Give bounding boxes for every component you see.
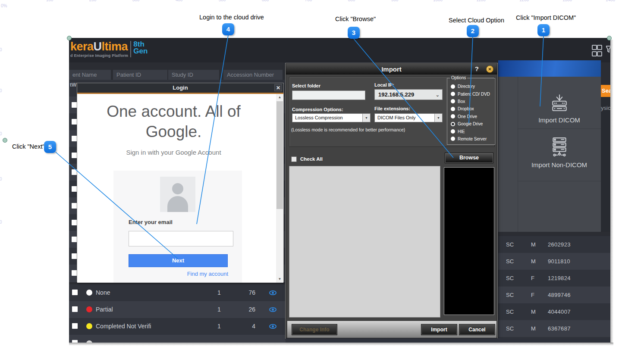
radio-patient-cd-dvd[interactable]: Patient CD/ DVD: [447, 90, 495, 97]
callout-badge-3: 3: [348, 27, 360, 39]
next-button[interactable]: Next: [129, 254, 228, 267]
modality-cell: SC: [506, 309, 514, 315]
radio-remote-server[interactable]: Remote Server: [447, 135, 495, 143]
import-dicom-button[interactable]: Import DICOM: [518, 94, 601, 124]
ruler-tick: 400: [170, 0, 188, 2]
radio-icon[interactable]: [451, 84, 455, 89]
cancel-button[interactable]: Cancel: [459, 324, 495, 335]
sex-cell: F: [531, 275, 534, 281]
patient-row[interactable]: SC F 1219824: [498, 270, 610, 287]
ruler-tick: 700: [300, 0, 317, 2]
radio-icon[interactable]: [451, 114, 455, 118]
chevron-down-icon[interactable]: ▼: [362, 114, 370, 122]
patient-row[interactable]: SC M 6367687: [498, 320, 610, 337]
options-groupbox: Options Directory Patient CD/ DVD Box Dr…: [447, 78, 495, 145]
callout-label-2: Select Cloud Option: [449, 17, 504, 24]
radio-icon[interactable]: [451, 107, 455, 111]
row-checkbox[interactable]: [72, 306, 78, 312]
status-row-completed-not-verified: Completed Not Verifi 1 4: [69, 318, 286, 335]
search-input-patient-id[interactable]: Patient ID: [113, 70, 167, 80]
find-my-account-link[interactable]: Find my account: [187, 271, 228, 277]
radio-one-drive[interactable]: One Drive: [447, 113, 495, 120]
import-dialog: Import ? ✕ Select folder Local IP: 192.1…: [286, 63, 497, 338]
patient-row[interactable]: SC M 9011810: [498, 253, 610, 270]
radio-dropbox[interactable]: Dropbox: [447, 105, 495, 112]
eye-icon[interactable]: [269, 307, 276, 312]
radio-icon[interactable]: [451, 122, 455, 126]
patient-id-cell: 4044007: [548, 309, 571, 315]
email-label: Enter your email: [129, 219, 173, 225]
help-icon[interactable]: ?: [475, 65, 479, 72]
grid-menu-icon[interactable]: [592, 45, 601, 54]
close-icon[interactable]: ✕: [486, 65, 493, 73]
patient-row[interactable]: SC M 4044007: [498, 303, 610, 320]
browse-button[interactable]: Browse: [445, 153, 493, 163]
logo-text: U: [94, 40, 102, 53]
import-non-dicom-button[interactable]: Import Non-DICOM: [518, 137, 601, 168]
preview-list-panel[interactable]: [444, 167, 494, 315]
modality-cell: SC: [506, 292, 514, 298]
selection-handle[interactable]: [67, 36, 72, 41]
patient-row[interactable]: SC M 2602923: [498, 236, 610, 253]
row-checkbox[interactable]: [72, 323, 78, 329]
ruler-tick-left: 0: [0, 131, 2, 136]
import-titlebar: Import ? ✕: [286, 64, 497, 75]
eye-icon[interactable]: [269, 324, 276, 329]
import-button[interactable]: Import: [421, 324, 457, 335]
email-field[interactable]: [129, 231, 233, 246]
search-button-clipped[interactable]: Sear: [601, 85, 610, 97]
radio-google-drive[interactable]: Google Drive: [447, 120, 495, 128]
scroll-down-icon[interactable]: ▼: [276, 276, 283, 283]
file-extensions-label: File extensions:: [374, 106, 410, 111]
file-list-panel[interactable]: [289, 166, 440, 318]
compression-combobox[interactable]: Lossless Compression ▼: [292, 113, 371, 122]
ruler-tick: 900: [386, 0, 403, 2]
select-folder-label: Select folder: [292, 83, 320, 88]
local-ip-select[interactable]: 192.168.5.229 ⌄: [374, 89, 443, 100]
ruler-zero-percent: 0%: [1, 3, 7, 8]
select-folder-input[interactable]: [292, 90, 365, 100]
chevron-down-icon[interactable]: ▼: [434, 114, 442, 122]
ruler-tick-left: 0: [0, 177, 2, 181]
search-input-patient-name[interactable]: ent Name: [69, 70, 111, 80]
status-label: Completed Not Verifi: [96, 323, 151, 330]
ruler-tick-left: 0: [0, 88, 2, 93]
import-dicom-icon: [550, 94, 569, 112]
radio-icon[interactable]: [451, 129, 455, 134]
import-non-dicom-icon: [550, 137, 569, 157]
ruler-tick: 100: [41, 0, 58, 2]
radio-icon[interactable]: [451, 137, 455, 141]
scrollbar[interactable]: ▲ ▼: [276, 94, 283, 283]
ruler-tick: 1100: [472, 0, 490, 2]
logo-gen-bottom: Gen: [133, 48, 148, 55]
radio-icon[interactable]: [451, 92, 455, 96]
eye-icon[interactable]: [269, 290, 276, 295]
close-icon[interactable]: ✕: [274, 84, 282, 91]
row-checkbox[interactable]: [72, 290, 78, 295]
sex-cell: M: [531, 258, 536, 265]
check-all-checkbox[interactable]: [291, 156, 297, 162]
compression-options-label: Compression Options:: [292, 107, 343, 112]
app-header: keraUltima d Enterprise Imaging Platform…: [69, 38, 610, 62]
patient-row[interactable]: SC F 4899746: [498, 287, 610, 303]
ruler-tick-left: 0: [0, 47, 2, 52]
selection-handle[interactable]: [607, 36, 612, 41]
radio-box[interactable]: Box: [447, 98, 495, 105]
callout-label-5: Click "Next": [12, 143, 45, 150]
local-ip-label: Local IP:: [374, 82, 394, 87]
callout-label-3: Click "Browse": [335, 16, 376, 22]
scroll-thumb[interactable]: [276, 101, 283, 209]
search-input-accession-number[interactable]: Accession Number: [223, 70, 283, 80]
patient-id-cell: 2602923: [548, 241, 571, 248]
radio-hie[interactable]: HIE: [447, 128, 495, 135]
radio-icon[interactable]: [451, 99, 455, 103]
file-extensions-combobox[interactable]: DICOM Files Only ▼: [374, 113, 443, 122]
filter-icon[interactable]: [606, 45, 610, 54]
change-info-button[interactable]: Change Info: [292, 324, 337, 335]
avatar: [160, 177, 195, 212]
editor-canvas: 0% 100 200 300 400 500 600 700 800 900 1…: [0, 0, 644, 346]
search-input-study-id[interactable]: Study ID: [168, 70, 219, 80]
radio-directory[interactable]: Directory: [447, 83, 495, 90]
scroll-up-icon[interactable]: ▲: [276, 94, 283, 101]
selection-handle[interactable]: [3, 138, 7, 143]
